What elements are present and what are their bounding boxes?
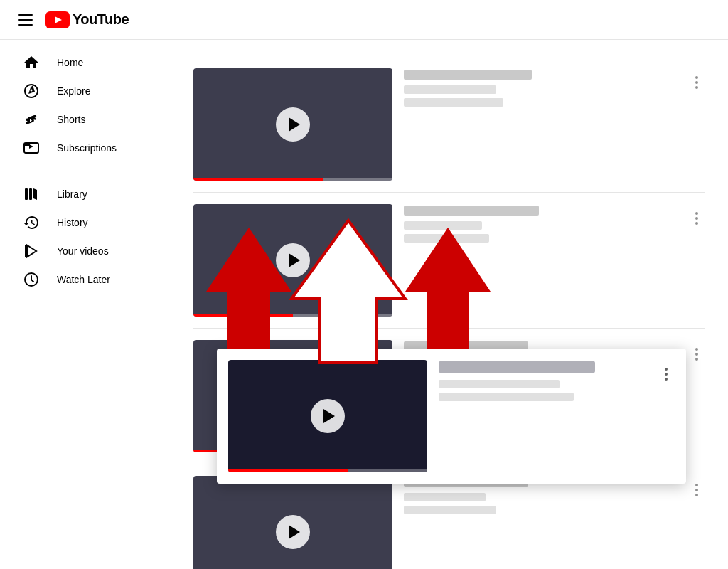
sidebar-item-home[interactable]: Home [6, 48, 165, 77]
svg-marker-7 [33, 188, 37, 200]
dot [695, 76, 698, 79]
progress-bar [193, 314, 293, 317]
sidebar-item-history[interactable]: History [6, 208, 165, 237]
dot [695, 86, 698, 89]
play-button[interactable] [276, 243, 310, 277]
svg-rect-6 [29, 188, 32, 200]
sidebar-label-shorts: Shorts [57, 114, 85, 125]
more-options-button[interactable] [688, 206, 705, 231]
play-triangle-icon [289, 253, 300, 267]
sidebar-label-your-videos: Your videos [57, 245, 109, 257]
sidebar-label-subscriptions: Subscriptions [57, 142, 117, 154]
header: YouTube [0, 0, 728, 40]
dot [695, 358, 698, 361]
progress-bar-highlight [228, 469, 348, 472]
play-triangle-icon [289, 117, 300, 132]
play-button-highlight[interactable] [311, 399, 345, 433]
logo-link[interactable]: YouTube [46, 11, 129, 28]
video-thumbnail[interactable] [193, 204, 392, 317]
more-options-button[interactable] [688, 70, 705, 95]
sidebar-label-history: History [57, 217, 88, 228]
video-info [404, 68, 677, 181]
youtube-wordmark: YouTube [73, 11, 129, 28]
more-options-button[interactable] [688, 341, 705, 367]
dot [695, 489, 698, 491]
progress-bar [193, 178, 323, 181]
play-button[interactable] [276, 515, 310, 549]
sidebar-item-your-videos[interactable]: Your videos [6, 237, 165, 265]
dot [695, 212, 698, 215]
list-item [193, 193, 705, 329]
video-title-skeleton [404, 70, 532, 80]
video-meta-skeleton [439, 393, 574, 401]
video-meta-skeleton [404, 85, 496, 94]
hamburger-icon [18, 14, 33, 26]
svg-marker-4 [29, 144, 33, 149]
sidebar-item-subscriptions[interactable]: Subscriptions [6, 134, 165, 162]
video-meta-skeleton [404, 493, 486, 501]
video-info [404, 476, 677, 569]
video-info [404, 204, 677, 317]
subscriptions-icon [23, 139, 40, 156]
dot [665, 368, 668, 371]
history-icon [23, 214, 40, 231]
more-options-button[interactable] [688, 477, 705, 503]
sidebar-item-library[interactable]: Library [6, 180, 165, 208]
dot [695, 494, 698, 496]
svg-rect-5 [25, 188, 28, 200]
watch-later-icon [23, 271, 40, 288]
video-title-skeleton [439, 361, 595, 373]
dot [695, 222, 698, 225]
your-videos-icon [23, 243, 40, 260]
main-content [171, 40, 728, 569]
video-meta-skeleton [439, 380, 560, 388]
sidebar-item-watch-later[interactable]: Watch Later [6, 265, 165, 294]
play-triangle-icon [323, 409, 335, 423]
dot [695, 353, 698, 356]
more-options-button-highlight[interactable] [658, 361, 675, 387]
play-button[interactable] [276, 107, 310, 142]
svg-marker-8 [26, 245, 36, 257]
list-item [193, 57, 705, 193]
video-card-highlight [217, 349, 686, 484]
dot [695, 217, 698, 220]
dot [695, 484, 698, 486]
video-thumbnail[interactable] [193, 476, 392, 569]
sidebar-item-shorts[interactable]: Shorts [6, 105, 165, 134]
sidebar-label-library: Library [57, 188, 87, 200]
youtube-logo-icon [46, 11, 70, 28]
explore-icon [23, 83, 40, 100]
sidebar-label-watch-later: Watch Later [57, 274, 110, 285]
video-thumbnail[interactable] [193, 68, 392, 181]
dot [695, 81, 698, 84]
video-meta-skeleton [404, 234, 489, 243]
sidebar-label-explore: Explore [57, 85, 90, 97]
sidebar-item-explore[interactable]: Explore [6, 77, 165, 105]
video-list [193, 57, 705, 569]
video-meta-skeleton [404, 506, 496, 514]
play-triangle-icon [289, 525, 300, 539]
video-thumbnail-highlight[interactable] [228, 360, 427, 472]
video-meta-skeleton [404, 221, 482, 230]
sidebar-label-home: Home [57, 57, 83, 68]
dot [695, 348, 698, 351]
sidebar-divider [0, 171, 171, 171]
dot [665, 378, 668, 381]
home-icon [23, 54, 40, 71]
video-title-skeleton [404, 206, 539, 216]
sidebar: Home Explore Shorts Subscriptions [0, 40, 171, 569]
video-info-highlight [439, 360, 646, 472]
shorts-icon [23, 111, 40, 128]
video-meta-skeleton [404, 98, 503, 107]
dot [665, 373, 668, 376]
svg-rect-3 [24, 143, 30, 146]
library-icon [23, 186, 40, 203]
svg-rect-9 [25, 245, 28, 257]
menu-button[interactable] [11, 6, 40, 34]
